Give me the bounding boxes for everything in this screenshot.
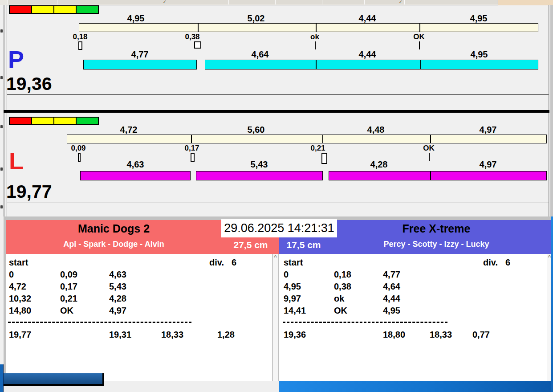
table-total-cell: 0,77 bbox=[472, 330, 490, 340]
crossing-label: OK bbox=[402, 144, 455, 153]
traffic-light-yellow bbox=[53, 5, 77, 14]
table-cell: 0,38 bbox=[334, 282, 351, 292]
lane-l-run-bar bbox=[196, 171, 323, 180]
dog-time-label: 4,63 bbox=[109, 159, 162, 170]
desktop-background-edge bbox=[551, 216, 553, 392]
table-cell: 14,41 bbox=[284, 306, 306, 316]
scroll-up-icon[interactable]: ^ bbox=[272, 254, 278, 260]
table-cell: 0,09 bbox=[60, 270, 77, 280]
dog-time-label: 4,44 bbox=[341, 49, 394, 60]
split-time-label: 4,44 bbox=[341, 13, 394, 24]
split-time-label: 4,95 bbox=[452, 13, 505, 24]
table-cell: 4,64 bbox=[383, 282, 400, 292]
results-table-left[interactable]: start div. 6 0 0,09 4,63 4,72 0,17 5,43 … bbox=[6, 254, 272, 381]
lane-l-run-bar bbox=[329, 171, 547, 180]
team-name: Free X-treme bbox=[321, 222, 551, 235]
track-divider bbox=[419, 23, 420, 32]
table-total-cell: 18,33 bbox=[430, 330, 452, 340]
crossing-marker bbox=[191, 153, 195, 162]
table-cell: OK bbox=[60, 306, 73, 316]
dog-time-label: 4,64 bbox=[233, 49, 287, 60]
dog-time-label: 4,95 bbox=[452, 49, 506, 60]
table-cell: 4,95 bbox=[284, 282, 301, 292]
crossing-marker bbox=[78, 153, 81, 162]
run-bar-divider bbox=[420, 60, 421, 69]
table-cell: 4,28 bbox=[109, 294, 126, 304]
lane-l-total: 19,77 bbox=[6, 183, 52, 201]
table-total-cell: 18,80 bbox=[383, 330, 405, 340]
table-scrollbar[interactable]: ^ bbox=[272, 254, 278, 381]
table-cell: 4,77 bbox=[383, 270, 400, 280]
traffic-light-yellow bbox=[31, 5, 54, 14]
dog-time-label: 4,28 bbox=[352, 159, 406, 170]
table-cell: 9,97 bbox=[284, 294, 301, 304]
table-cell: ok bbox=[334, 294, 344, 304]
traffic-light-yellow bbox=[31, 117, 54, 125]
run-bar-divider bbox=[430, 171, 431, 180]
crossing-label: 0,09 bbox=[52, 144, 105, 153]
lane-l-traffic-lights bbox=[10, 117, 99, 125]
table-cell: 4,44 bbox=[383, 294, 400, 304]
crossing-label: ok bbox=[288, 33, 342, 41]
lane-l-letter: L bbox=[9, 149, 24, 173]
table-div-value: 6 bbox=[505, 257, 510, 268]
traffic-light-red bbox=[9, 117, 32, 125]
table-total-cell: 1,28 bbox=[217, 330, 235, 340]
background-window-fragment bbox=[4, 373, 104, 386]
jump-height-badge: 17,5 cm bbox=[277, 240, 330, 250]
table-cell: 0,17 bbox=[60, 282, 77, 292]
track-divider bbox=[316, 23, 317, 32]
table-total-cell: 18,33 bbox=[161, 330, 183, 340]
timing-app-window: ✓ ✓ 4,95 5,02 4,44 4,95 bbox=[0, 0, 553, 392]
table-cell: 4,63 bbox=[109, 270, 126, 280]
team-dogs: Percy - Scotty - Izzy - Lucky bbox=[321, 240, 551, 249]
split-time-label: 5,02 bbox=[229, 13, 283, 24]
table-cell: 0 bbox=[284, 270, 289, 280]
team-dogs: Api - Spark - Dodge - Alvin bbox=[6, 240, 221, 249]
section-separator bbox=[7, 203, 549, 203]
table-start-label: start bbox=[9, 257, 28, 268]
table-cell: OK bbox=[334, 306, 347, 316]
table-div-value: 6 bbox=[232, 257, 236, 268]
table-cell: 4,95 bbox=[383, 306, 400, 316]
traffic-light-green bbox=[76, 117, 99, 125]
split-time-label: 4,48 bbox=[349, 125, 403, 135]
track-divider bbox=[322, 135, 323, 143]
table-total-cell: 19,31 bbox=[109, 330, 131, 340]
desktop-background-edge bbox=[0, 364, 4, 392]
track-divider bbox=[191, 135, 192, 143]
table-cell: 0,18 bbox=[334, 270, 351, 280]
dog-time-label: 4,97 bbox=[461, 159, 515, 170]
table-cell: 4,97 bbox=[109, 306, 126, 316]
track-divider bbox=[198, 23, 199, 32]
jump-height-badge: 27,5 cm bbox=[224, 240, 277, 250]
dashed-separator bbox=[8, 322, 191, 323]
track-divider bbox=[430, 135, 431, 143]
table-total-cell: 19,36 bbox=[284, 330, 306, 340]
split-time-label: 4,95 bbox=[109, 13, 163, 24]
split-time-label: 5,60 bbox=[229, 125, 283, 135]
split-time-label: 4,72 bbox=[102, 125, 155, 135]
lane-p-run-bar bbox=[83, 60, 197, 69]
crossing-marker-line bbox=[419, 41, 420, 49]
results-table-right[interactable]: start div. 6 0 0,18 4,77 4,95 0,38 4,64 … bbox=[279, 254, 547, 381]
crossing-label: 0,21 bbox=[291, 144, 345, 153]
table-cell: 4,72 bbox=[9, 282, 26, 292]
team-name: Manic Dogs 2 bbox=[6, 222, 221, 235]
lane-l-section: 4,72 5,60 4,48 4,97 0,09 0,17 0,21 OK 4,… bbox=[0, 113, 553, 216]
split-time-label: 4,97 bbox=[461, 125, 515, 135]
crossing-label: 0,18 bbox=[53, 33, 107, 41]
table-start-label: start bbox=[284, 257, 303, 268]
crossing-marker bbox=[78, 41, 82, 50]
run-bar-divider bbox=[316, 60, 317, 69]
lane-p-traffic-lights bbox=[10, 5, 99, 14]
lane-p-letter: P bbox=[8, 47, 24, 71]
dog-time-label: 4,77 bbox=[113, 49, 167, 60]
lane-l-run-bar bbox=[80, 171, 191, 180]
crossing-label: OK bbox=[392, 33, 446, 41]
crossing-marker bbox=[194, 41, 201, 49]
clock-display: 29.06.2025 14:21:31 bbox=[221, 219, 337, 237]
traffic-light-yellow bbox=[53, 117, 77, 125]
lane-p-run-bar bbox=[205, 60, 538, 69]
table-total-cell: 19,77 bbox=[9, 330, 31, 340]
